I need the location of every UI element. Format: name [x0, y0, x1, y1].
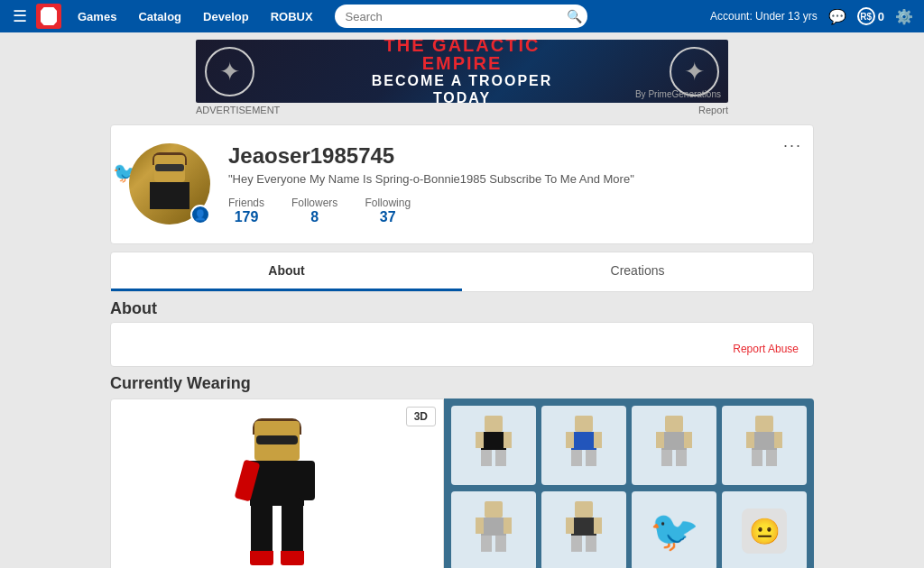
badge-icon: 👤 — [194, 209, 207, 221]
tab-creations[interactable]: Creations — [462, 252, 813, 291]
ad-star-icon: ✦ — [219, 57, 240, 87]
avatar-body — [150, 182, 189, 209]
profile-tabs: About Creations — [110, 252, 814, 292]
roblox-logo[interactable] — [36, 4, 61, 29]
ad-star-right-icon: ✦ — [684, 57, 705, 87]
logo-shape — [41, 7, 57, 25]
search-input[interactable] — [335, 5, 587, 28]
followers-count[interactable]: 8 — [291, 209, 337, 225]
profile-card: 🐦 👤 Jeaoser1985745 "Hey Everyone My Name… — [110, 124, 814, 244]
profile-avatar-wrap: 🐦 👤 — [129, 143, 210, 224]
wearing-item-cube[interactable]: 😐 — [722, 491, 807, 568]
search-bar: 🔍 — [335, 5, 587, 28]
nav-develop-link[interactable]: Develop — [194, 10, 258, 23]
av3d-leg-left — [251, 506, 273, 551]
ad-meta: ADVERTISEMENT Report — [196, 103, 728, 117]
profile-bio: "Hey Everyone My Name Is Spring-o-Bonnie… — [228, 172, 795, 186]
messages-icon-button[interactable]: 💬 — [825, 6, 850, 27]
currently-wearing-section: 3D — [110, 399, 814, 568]
ad-banner-section: ✦ THE GALACTICEMPIRE BECOME A TROOPERTOD… — [0, 32, 924, 117]
account-label: Account: Under 13 yrs — [710, 10, 818, 23]
tab-about[interactable]: About — [111, 252, 462, 291]
ad-line1: THE GALACTICEMPIRE — [263, 40, 661, 72]
bird-item-icon: 🐦 — [650, 508, 699, 554]
search-button[interactable]: 🔍 — [567, 9, 582, 23]
wearing-item-bird[interactable]: 🐦 — [632, 491, 716, 568]
ad-empire-logo: ✦ — [205, 47, 254, 96]
avatar-badge: 👤 — [190, 205, 210, 224]
av3d-boot-right — [281, 551, 304, 565]
3d-button[interactable]: 3D — [406, 407, 436, 426]
followers-label: Followers — [291, 197, 337, 209]
wearing-item-5[interactable] — [451, 491, 536, 568]
wearing-items-grid: 🐦 😐 — [444, 399, 814, 568]
ad-text-block: THE GALACTICEMPIRE BECOME A TROOPERTODAY — [263, 40, 661, 103]
currently-wearing-title: Currently Wearing — [110, 374, 814, 393]
friends-count[interactable]: 179 — [228, 209, 264, 225]
wearing-item-3[interactable] — [632, 406, 716, 485]
following-label: Following — [365, 197, 411, 209]
ad-credit: By PrimeGenerations — [635, 89, 721, 99]
report-abuse-button[interactable]: Report Abuse — [733, 343, 799, 355]
ad-banner[interactable]: ✦ THE GALACTICEMPIRE BECOME A TROOPERTOD… — [196, 40, 728, 103]
av3d-glasses — [256, 435, 298, 444]
nav-catalog-link[interactable]: Catalog — [129, 10, 190, 23]
friends-stat: Friends 179 — [228, 197, 264, 225]
wearing-item-2[interactable] — [541, 406, 626, 485]
av3d-leg-right — [282, 506, 303, 551]
about-box: Report Abuse — [110, 322, 814, 367]
profile-options-button[interactable]: ··· — [783, 136, 802, 155]
following-stat: Following 37 — [365, 197, 411, 225]
av3d-arm-right — [299, 461, 315, 500]
nav-robux-link[interactable]: ROBUX — [262, 10, 322, 23]
advertisement-label: ADVERTISEMENT — [196, 105, 280, 115]
profile-stats: Friends 179 Followers 8 Following 37 — [228, 197, 795, 225]
wearing-item-1[interactable] — [451, 406, 536, 485]
profile-username: Jeaoser1985745 — [228, 143, 795, 169]
robux-display[interactable]: R$ 0 — [857, 7, 884, 25]
ad-report-button[interactable]: Report — [698, 105, 728, 115]
friends-label: Friends — [228, 197, 264, 209]
robux-icon: R$ — [857, 7, 875, 25]
av3d-boot-left — [250, 551, 273, 565]
cube-item-icon: 😐 — [742, 508, 787, 554]
following-count[interactable]: 37 — [365, 209, 411, 225]
wearing-item-6[interactable] — [541, 491, 626, 568]
navbar: ☰ Games Catalog Develop ROBUX 🔍 Account:… — [0, 0, 924, 32]
avatar-figure — [143, 148, 197, 220]
page-wrapper: ☰ Games Catalog Develop ROBUX 🔍 Account:… — [0, 0, 924, 568]
about-section-title: About — [110, 299, 814, 318]
settings-icon-button[interactable]: ⚙️ — [892, 6, 917, 27]
robux-count: 0 — [878, 10, 884, 23]
ad-line2: BECOME A TROOPERTODAY — [263, 72, 661, 103]
nav-right-section: Account: Under 13 yrs 💬 R$ 0 ⚙️ — [710, 6, 917, 27]
avatar-3d-figure — [223, 412, 331, 565]
nav-games-link[interactable]: Games — [69, 10, 125, 23]
followers-stat: Followers 8 — [291, 197, 337, 225]
hamburger-menu-button[interactable]: ☰ — [7, 6, 32, 26]
wearing-item-4[interactable] — [722, 406, 807, 485]
avatar-glasses — [155, 164, 184, 171]
wearing-3d-view: 3D — [110, 399, 444, 568]
profile-info: Jeaoser1985745 "Hey Everyone My Name Is … — [228, 143, 795, 225]
